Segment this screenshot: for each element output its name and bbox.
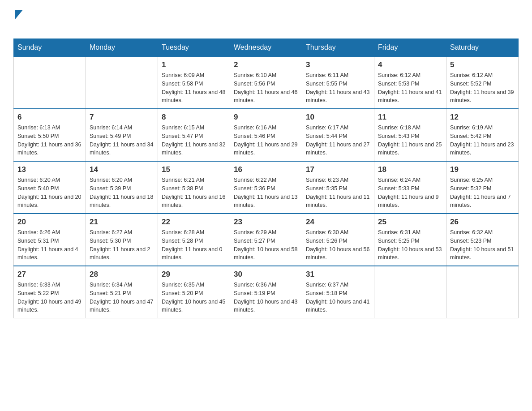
calendar-table: SundayMondayTuesdayWednesdayThursdayFrid… — [13, 39, 519, 318]
day-number: 20 — [17, 218, 82, 227]
day-number: 25 — [378, 218, 442, 227]
calendar-week-2: 6Sunrise: 6:13 AMSunset: 5:50 PMDaylight… — [14, 109, 519, 161]
day-number: 14 — [90, 165, 154, 174]
day-number: 22 — [162, 218, 226, 227]
calendar-cell: 14Sunrise: 6:20 AMSunset: 5:39 PMDayligh… — [86, 161, 158, 214]
day-number: 9 — [234, 113, 298, 122]
day-number: 10 — [306, 113, 370, 122]
calendar-week-4: 20Sunrise: 6:26 AMSunset: 5:31 PMDayligh… — [14, 214, 519, 266]
day-number: 21 — [90, 218, 154, 227]
weekday-header-row: SundayMondayTuesdayWednesdayThursdayFrid… — [14, 39, 519, 57]
day-info: Sunrise: 6:11 AMSunset: 5:55 PMDaylight:… — [306, 71, 370, 105]
day-number: 29 — [162, 270, 226, 279]
day-info: Sunrise: 6:28 AMSunset: 5:28 PMDaylight:… — [162, 228, 226, 262]
calendar-cell: 16Sunrise: 6:22 AMSunset: 5:36 PMDayligh… — [230, 161, 302, 214]
day-info: Sunrise: 6:10 AMSunset: 5:56 PMDaylight:… — [234, 71, 298, 105]
calendar-week-3: 13Sunrise: 6:20 AMSunset: 5:40 PMDayligh… — [14, 161, 519, 214]
calendar-cell: 30Sunrise: 6:36 AMSunset: 5:19 PMDayligh… — [230, 266, 302, 318]
day-info: Sunrise: 6:34 AMSunset: 5:21 PMDaylight:… — [90, 281, 154, 314]
day-info: Sunrise: 6:35 AMSunset: 5:20 PMDaylight:… — [162, 281, 226, 314]
calendar-cell: 1Sunrise: 6:09 AMSunset: 5:58 PMDaylight… — [158, 56, 230, 109]
day-number: 6 — [17, 113, 82, 122]
day-info: Sunrise: 6:16 AMSunset: 5:46 PMDaylight:… — [234, 124, 298, 157]
calendar-cell — [86, 56, 158, 109]
day-number: 15 — [162, 165, 226, 174]
day-info: Sunrise: 6:27 AMSunset: 5:30 PMDaylight:… — [90, 228, 154, 262]
day-info: Sunrise: 6:36 AMSunset: 5:19 PMDaylight:… — [234, 281, 298, 314]
calendar-cell: 12Sunrise: 6:19 AMSunset: 5:42 PMDayligh… — [446, 109, 519, 161]
day-number: 23 — [234, 218, 298, 227]
day-info: Sunrise: 6:18 AMSunset: 5:43 PMDaylight:… — [378, 124, 442, 157]
calendar-cell: 22Sunrise: 6:28 AMSunset: 5:28 PMDayligh… — [158, 214, 230, 266]
calendar-week-5: 27Sunrise: 6:33 AMSunset: 5:22 PMDayligh… — [14, 266, 519, 318]
calendar-cell: 23Sunrise: 6:29 AMSunset: 5:27 PMDayligh… — [230, 214, 302, 266]
calendar-cell: 3Sunrise: 6:11 AMSunset: 5:55 PMDaylight… — [302, 56, 374, 109]
day-number: 7 — [90, 113, 154, 122]
day-info: Sunrise: 6:12 AMSunset: 5:52 PMDaylight:… — [450, 71, 515, 105]
calendar-cell: 25Sunrise: 6:31 AMSunset: 5:25 PMDayligh… — [374, 214, 446, 266]
day-info: Sunrise: 6:17 AMSunset: 5:44 PMDaylight:… — [306, 124, 370, 157]
day-info: Sunrise: 6:13 AMSunset: 5:50 PMDaylight:… — [17, 124, 82, 157]
day-info: Sunrise: 6:30 AMSunset: 5:26 PMDaylight:… — [306, 228, 370, 262]
day-info: Sunrise: 6:26 AMSunset: 5:31 PMDaylight:… — [17, 228, 82, 262]
calendar-cell: 17Sunrise: 6:23 AMSunset: 5:35 PMDayligh… — [302, 161, 374, 214]
calendar-week-1: 1Sunrise: 6:09 AMSunset: 5:58 PMDaylight… — [14, 56, 519, 109]
calendar-cell: 20Sunrise: 6:26 AMSunset: 5:31 PMDayligh… — [14, 214, 86, 266]
day-info: Sunrise: 6:15 AMSunset: 5:47 PMDaylight:… — [162, 124, 226, 157]
day-number: 27 — [17, 270, 82, 279]
weekday-header-sunday: Sunday — [14, 39, 86, 57]
day-number: 5 — [450, 60, 515, 69]
calendar-cell: 15Sunrise: 6:21 AMSunset: 5:38 PMDayligh… — [158, 161, 230, 214]
day-info: Sunrise: 6:24 AMSunset: 5:33 PMDaylight:… — [378, 176, 442, 210]
day-number: 2 — [234, 60, 298, 69]
day-number: 1 — [162, 60, 226, 69]
logo — [13, 9, 23, 34]
page-header — [13, 9, 519, 34]
day-number: 13 — [17, 165, 82, 174]
calendar-cell: 11Sunrise: 6:18 AMSunset: 5:43 PMDayligh… — [374, 109, 446, 161]
calendar-cell: 26Sunrise: 6:32 AMSunset: 5:23 PMDayligh… — [446, 214, 519, 266]
calendar-cell: 31Sunrise: 6:37 AMSunset: 5:18 PMDayligh… — [302, 266, 374, 318]
calendar-cell: 27Sunrise: 6:33 AMSunset: 5:22 PMDayligh… — [14, 266, 86, 318]
day-info: Sunrise: 6:19 AMSunset: 5:42 PMDaylight:… — [450, 124, 515, 157]
calendar-cell: 28Sunrise: 6:34 AMSunset: 5:21 PMDayligh… — [86, 266, 158, 318]
calendar-cell: 19Sunrise: 6:25 AMSunset: 5:32 PMDayligh… — [446, 161, 519, 214]
weekday-header-wednesday: Wednesday — [230, 39, 302, 57]
calendar-cell: 24Sunrise: 6:30 AMSunset: 5:26 PMDayligh… — [302, 214, 374, 266]
calendar-cell: 21Sunrise: 6:27 AMSunset: 5:30 PMDayligh… — [86, 214, 158, 266]
day-number: 30 — [234, 270, 298, 279]
day-number: 28 — [90, 270, 154, 279]
day-info: Sunrise: 6:23 AMSunset: 5:35 PMDaylight:… — [306, 176, 370, 210]
svg-marker-0 — [15, 10, 23, 20]
day-number: 31 — [306, 270, 370, 279]
day-info: Sunrise: 6:09 AMSunset: 5:58 PMDaylight:… — [162, 71, 226, 105]
day-number: 12 — [450, 113, 515, 122]
day-info: Sunrise: 6:22 AMSunset: 5:36 PMDaylight:… — [234, 176, 298, 210]
calendar-cell: 5Sunrise: 6:12 AMSunset: 5:52 PMDaylight… — [446, 56, 519, 109]
calendar-cell: 4Sunrise: 6:12 AMSunset: 5:53 PMDaylight… — [374, 56, 446, 109]
calendar-cell: 9Sunrise: 6:16 AMSunset: 5:46 PMDaylight… — [230, 109, 302, 161]
day-number: 17 — [306, 165, 370, 174]
day-info: Sunrise: 6:21 AMSunset: 5:38 PMDaylight:… — [162, 176, 226, 210]
calendar-cell — [446, 266, 519, 318]
day-info: Sunrise: 6:33 AMSunset: 5:22 PMDaylight:… — [17, 281, 82, 314]
weekday-header-monday: Monday — [86, 39, 158, 57]
day-info: Sunrise: 6:25 AMSunset: 5:32 PMDaylight:… — [450, 176, 515, 210]
day-number: 11 — [378, 113, 442, 122]
day-info: Sunrise: 6:20 AMSunset: 5:40 PMDaylight:… — [17, 176, 82, 210]
day-number: 4 — [378, 60, 442, 69]
day-number: 8 — [162, 113, 226, 122]
day-number: 26 — [450, 218, 515, 227]
weekday-header-tuesday: Tuesday — [158, 39, 230, 57]
calendar-cell: 2Sunrise: 6:10 AMSunset: 5:56 PMDaylight… — [230, 56, 302, 109]
calendar-cell: 7Sunrise: 6:14 AMSunset: 5:49 PMDaylight… — [86, 109, 158, 161]
weekday-header-friday: Friday — [374, 39, 446, 57]
day-number: 19 — [450, 165, 515, 174]
day-info: Sunrise: 6:31 AMSunset: 5:25 PMDaylight:… — [378, 228, 442, 262]
day-number: 18 — [378, 165, 442, 174]
day-number: 16 — [234, 165, 298, 174]
weekday-header-saturday: Saturday — [446, 39, 519, 57]
calendar-cell: 18Sunrise: 6:24 AMSunset: 5:33 PMDayligh… — [374, 161, 446, 214]
calendar-cell: 8Sunrise: 6:15 AMSunset: 5:47 PMDaylight… — [158, 109, 230, 161]
calendar-cell: 29Sunrise: 6:35 AMSunset: 5:20 PMDayligh… — [158, 266, 230, 318]
